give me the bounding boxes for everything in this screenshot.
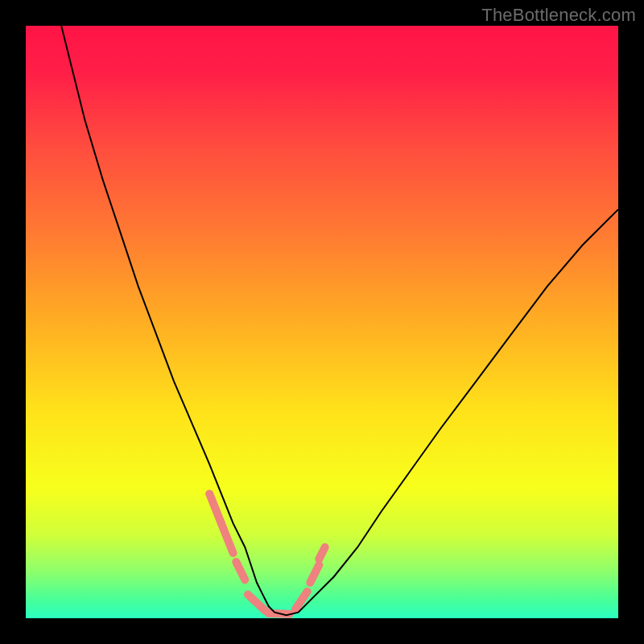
chart-background — [26, 26, 618, 618]
watermark-text: TheBottleneck.com — [481, 5, 636, 26]
bottleneck-chart — [26, 26, 618, 618]
chart-frame — [26, 26, 618, 618]
